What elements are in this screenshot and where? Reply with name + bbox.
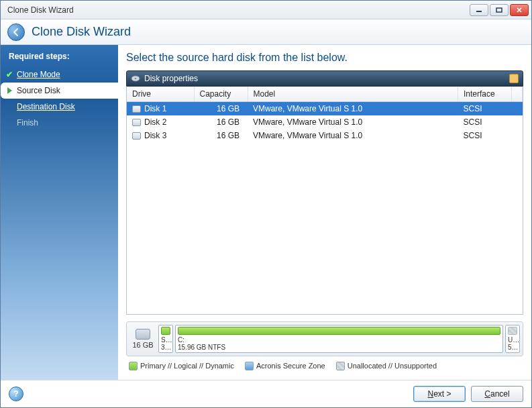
help-button[interactable]: ?	[9, 387, 23, 401]
partition-name: S…	[161, 336, 170, 344]
legend: Primary // Logical // Dynamic Acronis Se…	[126, 360, 523, 374]
main-heading: Select the source hard disk from the lis…	[126, 52, 523, 70]
partition[interactable]: C:15.96 GB NTFS	[175, 325, 503, 353]
partition-name: U…	[508, 336, 517, 344]
partition-strip: 16 GB S…3…C:15.96 GB NTFSU…5…	[126, 321, 523, 356]
cancel-button[interactable]: Cancel	[471, 386, 523, 402]
step-finish: Finish	[1, 115, 118, 131]
disk-properties-header: Disk properties	[126, 70, 523, 87]
partition[interactable]: U…5…	[505, 325, 520, 353]
disk-icon	[131, 74, 140, 83]
sidebar: Required steps: ✔ Clone Mode Source Disk…	[1, 45, 118, 380]
header-title: Clone Disk Wizard	[32, 25, 131, 39]
footer: ? Next > Cancel	[1, 380, 531, 407]
properties-icon[interactable]	[509, 74, 519, 83]
wizard-window: Clone Disk Wizard Clone Disk Wizard Requ…	[0, 0, 532, 408]
disk-table: Drive Capacity Model Interface Disk 116 …	[126, 87, 523, 315]
drive-icon	[132, 119, 141, 126]
sidebar-heading: Required steps:	[1, 48, 118, 66]
partition[interactable]: S…3…	[158, 325, 173, 353]
disk-icon	[136, 329, 150, 340]
main-panel: Select the source hard disk from the lis…	[118, 45, 531, 380]
header: Clone Disk Wizard	[1, 19, 531, 45]
titlebar: Clone Disk Wizard	[1, 1, 531, 19]
arrow-right-icon	[5, 86, 14, 95]
next-button[interactable]: Next >	[413, 386, 466, 402]
swatch-blue-icon	[245, 362, 254, 370]
back-button[interactable]	[7, 23, 25, 41]
body: Required steps: ✔ Clone Mode Source Disk…	[1, 45, 531, 380]
step-icon-empty	[5, 102, 14, 111]
minimize-button[interactable]	[470, 4, 488, 16]
step-label: Source Disk	[17, 86, 60, 95]
col-capacity[interactable]: Capacity	[194, 87, 248, 102]
step-label: Clone Mode	[17, 70, 60, 79]
step-clone-mode[interactable]: ✔ Clone Mode	[1, 66, 118, 83]
table-header-row: Drive Capacity Model Interface	[127, 87, 523, 102]
panel-title: Disk properties	[144, 74, 198, 83]
legend-unallocated: Unallocated // Unsupported	[336, 362, 437, 370]
col-interface[interactable]: Interface	[458, 87, 512, 102]
svg-rect-0	[476, 11, 482, 12]
maximize-button[interactable]	[490, 4, 509, 16]
drive-icon	[132, 132, 141, 140]
col-model[interactable]: Model	[248, 87, 458, 102]
window-controls	[470, 4, 529, 16]
partition-bar	[161, 327, 170, 335]
disk-total-label: 16 GB	[132, 341, 153, 349]
svg-point-3	[135, 78, 137, 79]
svg-rect-1	[496, 8, 502, 12]
close-button[interactable]	[510, 4, 529, 16]
col-drive[interactable]: Drive	[127, 87, 194, 102]
drive-icon	[132, 105, 141, 113]
partition-name: C:	[178, 336, 500, 344]
swatch-hatch-icon	[336, 362, 345, 370]
table-row[interactable]: Disk 316 GBVMware, VMware Virtual S 1.0S…	[127, 129, 523, 142]
legend-acronis: Acronis Secure Zone	[245, 362, 325, 370]
step-icon-empty	[5, 118, 14, 128]
step-label: Destination Disk	[17, 102, 75, 111]
col-spacer	[512, 87, 523, 102]
window-title: Clone Disk Wizard	[3, 5, 470, 15]
check-icon: ✔	[5, 70, 14, 79]
partition-bar	[508, 327, 517, 335]
partition-size: 5…	[508, 344, 517, 351]
swatch-green-icon	[129, 362, 138, 370]
partition-size: 3…	[161, 344, 170, 351]
table-row[interactable]: Disk 216 GBVMware, VMware Virtual S 1.0S…	[127, 115, 523, 129]
table-row[interactable]: Disk 116 GBVMware, VMware Virtual S 1.0S…	[127, 102, 523, 116]
partitions-container: S…3…C:15.96 GB NTFSU…5…	[158, 325, 520, 353]
partition-bar	[178, 327, 500, 335]
partition-size: 15.96 GB NTFS	[178, 344, 500, 351]
step-label: Finish	[17, 118, 38, 128]
legend-primary: Primary // Logical // Dynamic	[129, 362, 234, 370]
step-destination-disk[interactable]: Destination Disk	[1, 99, 118, 115]
step-source-disk[interactable]: Source Disk	[1, 83, 119, 99]
disk-total-box: 16 GB	[129, 325, 156, 353]
